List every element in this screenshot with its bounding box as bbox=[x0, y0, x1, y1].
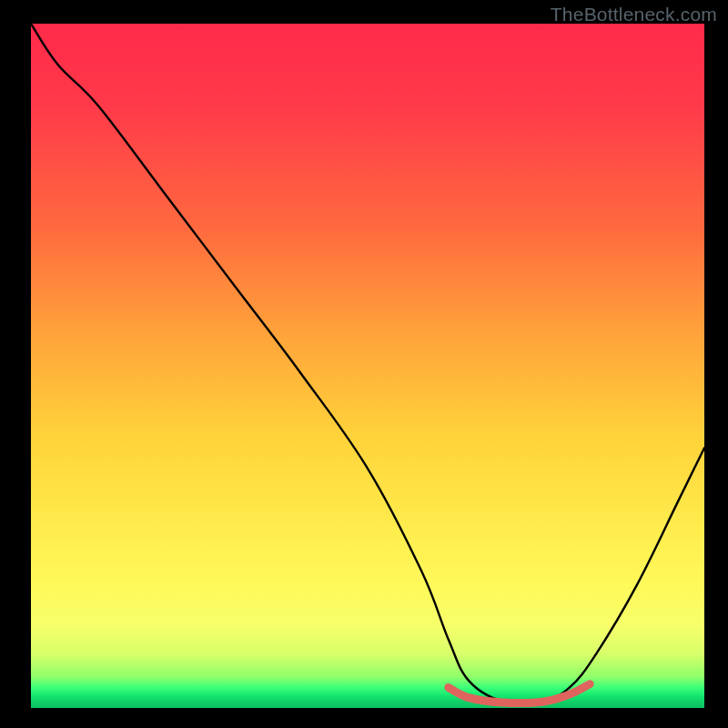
chart-frame: TheBottleneck.com bbox=[0, 0, 728, 728]
watermark-text: TheBottleneck.com bbox=[551, 4, 717, 25]
main-curve bbox=[31, 24, 704, 703]
plot-area bbox=[31, 24, 704, 708]
curve-layer bbox=[31, 24, 704, 708]
